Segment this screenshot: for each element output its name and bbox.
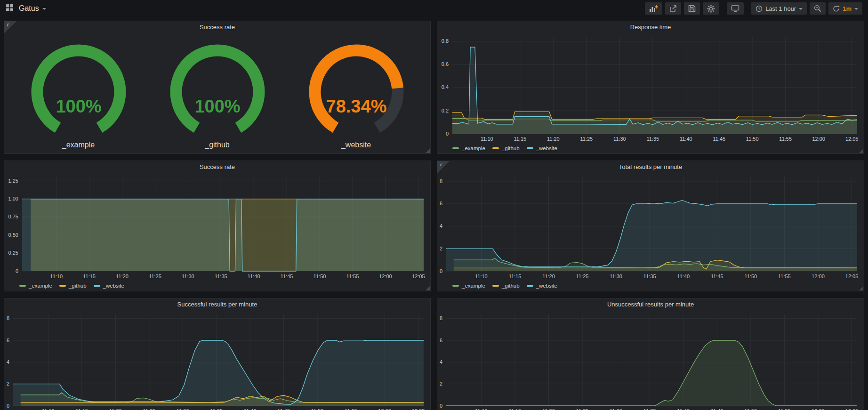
svg-text:11:55: 11:55: [779, 136, 792, 142]
svg-text:11:30: 11:30: [610, 408, 622, 410]
legend-series-name: _website: [536, 283, 557, 289]
svg-text:11:30: 11:30: [610, 273, 622, 279]
legend-series-name: _example: [462, 283, 485, 289]
legend-color-dash: [492, 147, 499, 149]
chart-area-unsuccessful-results[interactable]: 11:1011:1511:2011:2511:3011:3511:4011:45…: [437, 310, 864, 410]
legend-color-dash: [527, 147, 533, 149]
svg-text:11:20: 11:20: [542, 273, 555, 279]
legend-item-_website[interactable]: _website: [527, 283, 557, 289]
svg-text:6: 6: [7, 338, 9, 343]
chart-svg-unsuccessful-results[interactable]: 11:1011:1511:2011:2511:3011:3511:4011:45…: [437, 310, 864, 410]
svg-text:8: 8: [440, 315, 442, 321]
svg-text:11:55: 11:55: [345, 408, 357, 410]
svg-text:11:15: 11:15: [509, 273, 522, 279]
svg-text:11:25: 11:25: [576, 273, 589, 279]
svg-text:11:35: 11:35: [210, 408, 223, 410]
svg-text:11:25: 11:25: [149, 273, 161, 279]
panel-title-unsuccessful-results[interactable]: Unsuccessful results per minute: [437, 298, 864, 310]
svg-text:11:45: 11:45: [711, 408, 723, 410]
panel-title-success-rate-gauges[interactable]: Success rate: [4, 21, 430, 33]
svg-text:11:10: 11:10: [475, 273, 488, 279]
panel-title-success-rate-timeseries[interactable]: Success rate: [4, 161, 430, 173]
gauge-value: 78.34%: [326, 96, 386, 116]
panel-info-icon[interactable]: i: [437, 161, 450, 173]
legend-series-name: _github: [502, 283, 520, 289]
panel-title-successful-results[interactable]: Successful results per minute: [4, 298, 430, 310]
svg-text:0.8: 0.8: [442, 38, 449, 44]
svg-text:11:10: 11:10: [42, 408, 55, 410]
legend-item-_example[interactable]: _example: [452, 283, 485, 289]
legend-item-_github[interactable]: _github: [492, 145, 520, 151]
clock-icon: [755, 5, 763, 12]
svg-text:11:55: 11:55: [778, 273, 791, 279]
panel-response-time: Response time 11:1011:1511:2011:2511:301…: [437, 21, 864, 154]
save-button[interactable]: [684, 2, 700, 15]
panel-resize-handle[interactable]: [426, 286, 430, 290]
gauge-_website: 78.34%_website: [288, 39, 425, 149]
chart-area-total-results[interactable]: 11:1011:1511:2011:2511:3011:3511:4011:45…: [437, 173, 864, 281]
chart-area-response-time[interactable]: 11:1011:1511:2011:2511:3011:3511:4011:45…: [437, 33, 864, 143]
gauge-_example: 100%_example: [10, 39, 147, 149]
chart-area-success-rate[interactable]: 11:1011:1511:2011:2511:3011:3511:4011:45…: [4, 173, 430, 281]
legend-color-dash: [527, 285, 533, 287]
svg-text:11:45: 11:45: [713, 136, 725, 142]
panel-title-response-time[interactable]: Response time: [437, 21, 864, 33]
svg-text:12:00: 12:00: [379, 273, 392, 279]
panel-resize-handle[interactable]: [859, 286, 863, 290]
chart-svg-success-rate[interactable]: 11:1011:1511:2011:2511:3011:3511:4011:45…: [4, 173, 430, 281]
svg-text:12:00: 12:00: [378, 408, 391, 410]
chart-svg-successful-results[interactable]: 11:1011:1511:2011:2511:3011:3511:4011:45…: [4, 310, 430, 410]
legend-item-_example[interactable]: _example: [19, 283, 52, 289]
svg-text:11:10: 11:10: [475, 408, 488, 410]
zoom-out-button[interactable]: [810, 2, 826, 15]
svg-text:0.25: 0.25: [8, 250, 18, 256]
legend-series-name: _website: [536, 145, 557, 151]
svg-text:8: 8: [440, 178, 442, 184]
refresh-interval-button[interactable]: 1m: [828, 2, 862, 15]
dashboard-caret-down-icon[interactable]: [42, 8, 46, 10]
svg-text:12:00: 12:00: [812, 273, 825, 279]
svg-text:0: 0: [16, 268, 18, 274]
svg-text:11:25: 11:25: [143, 408, 155, 410]
legend-item-_example[interactable]: _example: [452, 145, 485, 151]
tv-mode-button[interactable]: [727, 2, 744, 15]
svg-text:11:30: 11:30: [182, 273, 194, 279]
chart-area-successful-results[interactable]: 11:1011:1511:2011:2511:3011:3511:4011:45…: [4, 310, 430, 410]
svg-text:11:30: 11:30: [613, 136, 626, 142]
svg-text:11:40: 11:40: [244, 408, 257, 410]
panel-total-results: i Total results per minute 11:1011:1511:…: [437, 161, 864, 291]
dashboard-grid: i Success rate 100%_example100%_github78…: [0, 17, 868, 410]
panel-resize-handle[interactable]: [426, 149, 430, 153]
panel-success-rate-gauges: i Success rate 100%_example100%_github78…: [4, 21, 431, 154]
legend-item-_github[interactable]: _github: [59, 283, 87, 289]
panel-info-icon[interactable]: i: [4, 21, 16, 33]
svg-text:11:40: 11:40: [677, 408, 690, 410]
svg-text:11:35: 11:35: [215, 273, 227, 279]
legend-item-_website[interactable]: _website: [527, 145, 557, 151]
legend-series-name: _example: [29, 283, 52, 289]
chart-svg-response-time[interactable]: 11:1011:1511:2011:2511:3011:3511:4011:45…: [437, 33, 864, 143]
svg-text:11:40: 11:40: [248, 273, 260, 279]
legend-response-time: _example_github_website: [437, 143, 864, 153]
legend-series-name: _example: [462, 145, 485, 151]
svg-text:11:15: 11:15: [83, 273, 96, 279]
svg-text:11:45: 11:45: [711, 273, 723, 279]
svg-text:12:05: 12:05: [412, 273, 425, 279]
time-range-picker[interactable]: Last 1 hour: [751, 2, 807, 15]
svg-text:1.25: 1.25: [8, 178, 18, 184]
chart-svg-total-results[interactable]: 11:1011:1511:2011:2511:3011:3511:4011:45…: [437, 173, 864, 281]
settings-gear-icon[interactable]: [703, 2, 719, 15]
panel-title-total-results[interactable]: Total results per minute: [437, 161, 864, 173]
share-button[interactable]: [665, 2, 681, 15]
panel-unsuccessful-results: Unsuccessful results per minute 11:1011:…: [437, 298, 864, 410]
add-panel-button[interactable]: [645, 2, 662, 15]
svg-text:11:10: 11:10: [50, 273, 63, 279]
apps-grid-icon[interactable]: [6, 4, 14, 14]
panel-resize-handle[interactable]: [859, 149, 863, 153]
legend-item-_website[interactable]: _website: [94, 283, 124, 289]
legend-series-name: _website: [103, 283, 124, 289]
legend-item-_github[interactable]: _github: [492, 283, 520, 289]
svg-text:11:40: 11:40: [680, 136, 692, 142]
dashboard-title[interactable]: Gatus: [19, 4, 39, 13]
svg-text:0.4: 0.4: [442, 84, 449, 90]
